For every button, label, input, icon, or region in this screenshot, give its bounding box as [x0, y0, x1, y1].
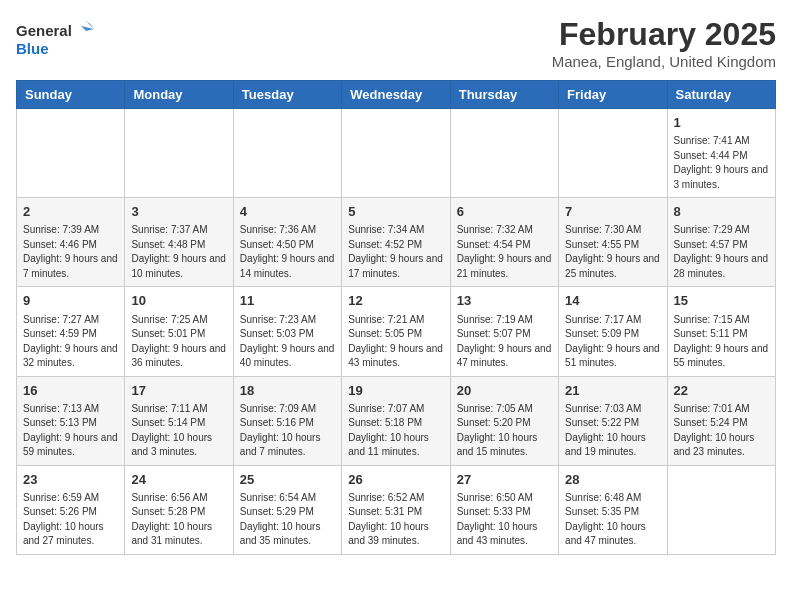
day-info: Sunrise: 7:41 AM Sunset: 4:44 PM Dayligh…	[674, 134, 769, 192]
table-row: 8Sunrise: 7:29 AM Sunset: 4:57 PM Daylig…	[667, 198, 775, 287]
table-row: 26Sunrise: 6:52 AM Sunset: 5:31 PM Dayli…	[342, 465, 450, 554]
table-row: 20Sunrise: 7:05 AM Sunset: 5:20 PM Dayli…	[450, 376, 558, 465]
header-tuesday: Tuesday	[233, 81, 341, 109]
day-info: Sunrise: 6:50 AM Sunset: 5:33 PM Dayligh…	[457, 491, 552, 549]
week-row-1: 1Sunrise: 7:41 AM Sunset: 4:44 PM Daylig…	[17, 109, 776, 198]
day-info: Sunrise: 7:34 AM Sunset: 4:52 PM Dayligh…	[348, 223, 443, 281]
day-info: Sunrise: 7:30 AM Sunset: 4:55 PM Dayligh…	[565, 223, 660, 281]
table-row: 11Sunrise: 7:23 AM Sunset: 5:03 PM Dayli…	[233, 287, 341, 376]
page-header: General Blue February 2025 Manea, Englan…	[16, 16, 776, 70]
table-row: 3Sunrise: 7:37 AM Sunset: 4:48 PM Daylig…	[125, 198, 233, 287]
table-row: 25Sunrise: 6:54 AM Sunset: 5:29 PM Dayli…	[233, 465, 341, 554]
header-saturday: Saturday	[667, 81, 775, 109]
table-row: 13Sunrise: 7:19 AM Sunset: 5:07 PM Dayli…	[450, 287, 558, 376]
calendar-title: February 2025	[552, 16, 776, 53]
header-sunday: Sunday	[17, 81, 125, 109]
table-row: 6Sunrise: 7:32 AM Sunset: 4:54 PM Daylig…	[450, 198, 558, 287]
table-row: 17Sunrise: 7:11 AM Sunset: 5:14 PM Dayli…	[125, 376, 233, 465]
day-number: 4	[240, 203, 335, 221]
day-number: 8	[674, 203, 769, 221]
table-row: 1Sunrise: 7:41 AM Sunset: 4:44 PM Daylig…	[667, 109, 775, 198]
day-number: 2	[23, 203, 118, 221]
week-row-5: 23Sunrise: 6:59 AM Sunset: 5:26 PM Dayli…	[17, 465, 776, 554]
day-info: Sunrise: 7:25 AM Sunset: 5:01 PM Dayligh…	[131, 313, 226, 371]
day-info: Sunrise: 6:56 AM Sunset: 5:28 PM Dayligh…	[131, 491, 226, 549]
table-row: 27Sunrise: 6:50 AM Sunset: 5:33 PM Dayli…	[450, 465, 558, 554]
day-number: 22	[674, 382, 769, 400]
svg-text:Blue: Blue	[16, 40, 49, 57]
day-number: 17	[131, 382, 226, 400]
day-info: Sunrise: 7:01 AM Sunset: 5:24 PM Dayligh…	[674, 402, 769, 460]
day-number: 24	[131, 471, 226, 489]
day-info: Sunrise: 7:19 AM Sunset: 5:07 PM Dayligh…	[457, 313, 552, 371]
table-row: 22Sunrise: 7:01 AM Sunset: 5:24 PM Dayli…	[667, 376, 775, 465]
logo-svg: General Blue	[16, 16, 96, 58]
table-row: 15Sunrise: 7:15 AM Sunset: 5:11 PM Dayli…	[667, 287, 775, 376]
day-number: 3	[131, 203, 226, 221]
table-row	[667, 465, 775, 554]
day-number: 27	[457, 471, 552, 489]
day-info: Sunrise: 7:29 AM Sunset: 4:57 PM Dayligh…	[674, 223, 769, 281]
table-row	[450, 109, 558, 198]
day-info: Sunrise: 7:03 AM Sunset: 5:22 PM Dayligh…	[565, 402, 660, 460]
day-info: Sunrise: 7:05 AM Sunset: 5:20 PM Dayligh…	[457, 402, 552, 460]
day-info: Sunrise: 6:54 AM Sunset: 5:29 PM Dayligh…	[240, 491, 335, 549]
title-area: February 2025 Manea, England, United Kin…	[552, 16, 776, 70]
day-number: 9	[23, 292, 118, 310]
table-row: 24Sunrise: 6:56 AM Sunset: 5:28 PM Dayli…	[125, 465, 233, 554]
day-number: 11	[240, 292, 335, 310]
day-info: Sunrise: 7:32 AM Sunset: 4:54 PM Dayligh…	[457, 223, 552, 281]
day-number: 1	[674, 114, 769, 132]
table-row	[125, 109, 233, 198]
table-row	[342, 109, 450, 198]
day-info: Sunrise: 6:59 AM Sunset: 5:26 PM Dayligh…	[23, 491, 118, 549]
day-info: Sunrise: 7:15 AM Sunset: 5:11 PM Dayligh…	[674, 313, 769, 371]
table-row: 9Sunrise: 7:27 AM Sunset: 4:59 PM Daylig…	[17, 287, 125, 376]
table-row: 28Sunrise: 6:48 AM Sunset: 5:35 PM Dayli…	[559, 465, 667, 554]
table-row: 16Sunrise: 7:13 AM Sunset: 5:13 PM Dayli…	[17, 376, 125, 465]
calendar-table: Sunday Monday Tuesday Wednesday Thursday…	[16, 80, 776, 555]
table-row: 10Sunrise: 7:25 AM Sunset: 5:01 PM Dayli…	[125, 287, 233, 376]
day-number: 16	[23, 382, 118, 400]
header-wednesday: Wednesday	[342, 81, 450, 109]
day-number: 14	[565, 292, 660, 310]
day-info: Sunrise: 7:39 AM Sunset: 4:46 PM Dayligh…	[23, 223, 118, 281]
day-number: 28	[565, 471, 660, 489]
table-row: 18Sunrise: 7:09 AM Sunset: 5:16 PM Dayli…	[233, 376, 341, 465]
table-row: 23Sunrise: 6:59 AM Sunset: 5:26 PM Dayli…	[17, 465, 125, 554]
day-info: Sunrise: 7:09 AM Sunset: 5:16 PM Dayligh…	[240, 402, 335, 460]
table-row: 19Sunrise: 7:07 AM Sunset: 5:18 PM Dayli…	[342, 376, 450, 465]
svg-text:General: General	[16, 22, 72, 39]
header-monday: Monday	[125, 81, 233, 109]
day-info: Sunrise: 7:07 AM Sunset: 5:18 PM Dayligh…	[348, 402, 443, 460]
header-thursday: Thursday	[450, 81, 558, 109]
day-number: 19	[348, 382, 443, 400]
day-number: 6	[457, 203, 552, 221]
day-info: Sunrise: 7:37 AM Sunset: 4:48 PM Dayligh…	[131, 223, 226, 281]
day-number: 5	[348, 203, 443, 221]
table-row: 2Sunrise: 7:39 AM Sunset: 4:46 PM Daylig…	[17, 198, 125, 287]
table-row	[17, 109, 125, 198]
day-number: 25	[240, 471, 335, 489]
day-info: Sunrise: 6:52 AM Sunset: 5:31 PM Dayligh…	[348, 491, 443, 549]
day-number: 26	[348, 471, 443, 489]
day-info: Sunrise: 6:48 AM Sunset: 5:35 PM Dayligh…	[565, 491, 660, 549]
week-row-4: 16Sunrise: 7:13 AM Sunset: 5:13 PM Dayli…	[17, 376, 776, 465]
table-row	[559, 109, 667, 198]
day-number: 21	[565, 382, 660, 400]
table-row: 12Sunrise: 7:21 AM Sunset: 5:05 PM Dayli…	[342, 287, 450, 376]
day-info: Sunrise: 7:36 AM Sunset: 4:50 PM Dayligh…	[240, 223, 335, 281]
table-row: 7Sunrise: 7:30 AM Sunset: 4:55 PM Daylig…	[559, 198, 667, 287]
day-number: 18	[240, 382, 335, 400]
day-number: 7	[565, 203, 660, 221]
day-info: Sunrise: 7:17 AM Sunset: 5:09 PM Dayligh…	[565, 313, 660, 371]
day-number: 10	[131, 292, 226, 310]
table-row: 4Sunrise: 7:36 AM Sunset: 4:50 PM Daylig…	[233, 198, 341, 287]
table-row	[233, 109, 341, 198]
day-info: Sunrise: 7:27 AM Sunset: 4:59 PM Dayligh…	[23, 313, 118, 371]
table-row: 5Sunrise: 7:34 AM Sunset: 4:52 PM Daylig…	[342, 198, 450, 287]
day-number: 12	[348, 292, 443, 310]
calendar-subtitle: Manea, England, United Kingdom	[552, 53, 776, 70]
day-number: 20	[457, 382, 552, 400]
day-info: Sunrise: 7:21 AM Sunset: 5:05 PM Dayligh…	[348, 313, 443, 371]
